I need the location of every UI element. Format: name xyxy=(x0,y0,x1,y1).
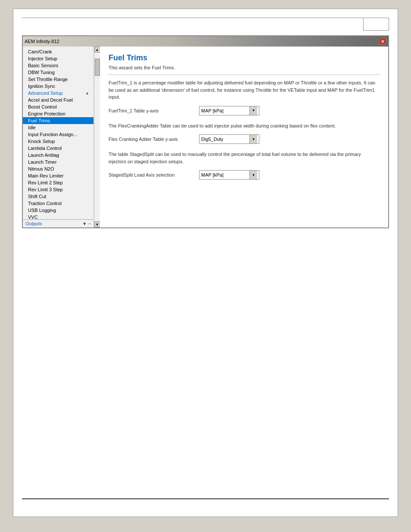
sidebar-item-advanced-setup[interactable]: Advanced Setup▲ xyxy=(23,90,93,96)
bottom-divider xyxy=(22,498,389,499)
sidebar-item-accel-decel-fuel[interactable]: Accel and Decel Fuel xyxy=(23,96,93,103)
section3-select-value: MAP [kPa] xyxy=(201,172,249,177)
section2-form-row: Flex Cranking Adder Table y-axis Dig5_Du… xyxy=(109,134,380,144)
sidebar-item-lambda-control[interactable]: Lambda Control xyxy=(23,145,93,152)
section3-select-arrow[interactable]: ▼ xyxy=(249,171,257,179)
intro-text: This wizard sets the Fuel Trims. xyxy=(109,65,380,70)
sidebar-item-traction-control[interactable]: Traction Control xyxy=(23,200,93,207)
corner-box xyxy=(363,18,389,31)
sidebar-item-idle[interactable]: Idle xyxy=(23,124,93,131)
section1-description: FuelTrim_1 is a percentage modifier tabl… xyxy=(109,79,380,101)
sidebar-item-shift-cut[interactable]: Shift Cut xyxy=(23,193,93,200)
sidebar-footer-minus[interactable]: − xyxy=(88,221,91,226)
sidebar-item-rev-limit-3-step[interactable]: Rev Limit 3 Step xyxy=(23,186,93,193)
sidebar-item-nitrous-n2o[interactable]: Nitrous N2O xyxy=(23,165,93,172)
sidebar-item-injector-setup[interactable]: Injector Setup xyxy=(23,55,93,62)
section3-form-row: StagedSplit Load Axis selection MAP [kPa… xyxy=(109,170,380,180)
application-window: AEM Infinity-812 ✕ Cam/CrankInjector Set… xyxy=(22,35,389,228)
sidebar-item-launch-timer[interactable]: Launch Timer xyxy=(23,159,93,165)
sidebar-item-launch-antilag[interactable]: Launch Antilag xyxy=(23,152,93,159)
sidebar-footer-down-arrow[interactable]: ▼ xyxy=(82,221,87,226)
sidebar-item-dbw-tuning[interactable]: DBW Tuning xyxy=(23,69,93,76)
sidebar-item-main-rev-limiter[interactable]: Main Rev Limiter xyxy=(23,172,93,179)
section1-field-label: FuelTrim_1 Table y-axis xyxy=(109,108,195,113)
section3-field-label: StagedSplit Load Axis selection xyxy=(109,172,195,177)
sidebar-arrow-advanced-setup: ▲ xyxy=(85,91,89,95)
section1-select[interactable]: MAP [kPa] ▼ xyxy=(199,106,259,115)
section2-select-arrow[interactable]: ▼ xyxy=(249,135,257,143)
sidebar-item-set-throttle-range[interactable]: Set Throttle Range xyxy=(23,76,93,83)
page-title: Fuel Trims xyxy=(109,53,380,62)
section2-select-value: Dig5_Duty xyxy=(201,137,249,142)
sidebar-scrollbar[interactable]: ▲ ▼ xyxy=(94,47,100,227)
window-titlebar: AEM Infinity-812 ✕ xyxy=(23,36,388,47)
section2-select[interactable]: Dig5_Duty ▼ xyxy=(199,134,259,144)
window-body: Cam/CrankInjector SetupBasic SensorsDBW … xyxy=(23,47,388,227)
sidebar-item-knock-setup[interactable]: Knock Setup xyxy=(23,138,93,145)
sidebar-item-fuel-trims[interactable]: Fuel Trims xyxy=(23,117,93,124)
dotted-divider-1 xyxy=(109,75,380,75)
page-frame: AEM Infinity-812 ✕ Cam/CrankInjector Set… xyxy=(13,9,398,517)
sidebar-item-label-advanced-setup: Advanced Setup xyxy=(28,90,63,96)
main-content: Fuel Trims This wizard sets the Fuel Tri… xyxy=(100,47,388,227)
sidebar-item-cam-crank[interactable]: Cam/Crank xyxy=(23,48,93,55)
scrollbar-down-arrow[interactable]: ▼ xyxy=(94,221,100,227)
section3-select[interactable]: MAP [kPa] ▼ xyxy=(199,170,259,180)
sidebar-item-ignition-sync[interactable]: Ignition Sync xyxy=(23,83,93,90)
section3-description: The table StagedSplit can be used to man… xyxy=(109,151,380,165)
sidebar-footer: Outputs ▼ − xyxy=(23,219,93,227)
window-title: AEM Infinity-812 xyxy=(25,39,59,44)
sidebar-item-vvc[interactable]: VVC xyxy=(23,214,93,219)
scrollbar-thumb[interactable] xyxy=(95,59,100,76)
sidebar-items-container: Cam/CrankInjector SetupBasic SensorsDBW … xyxy=(23,48,93,219)
sidebar-item-rev-limit-2-step[interactable]: Rev Limit 2 Step xyxy=(23,179,93,186)
section1-select-arrow[interactable]: ▼ xyxy=(249,106,257,115)
scrollbar-up-arrow[interactable]: ▲ xyxy=(94,47,100,53)
sidebar-item-usb-logging[interactable]: USB Logging xyxy=(23,207,93,214)
sidebar-scroll-area: Cam/CrankInjector SetupBasic SensorsDBW … xyxy=(23,48,93,219)
sidebar-item-basic-sensors[interactable]: Basic Sensors xyxy=(23,62,93,69)
window-close-button[interactable]: ✕ xyxy=(379,38,386,45)
sidebar: Cam/CrankInjector SetupBasic SensorsDBW … xyxy=(23,47,94,227)
sidebar-item-boost-control[interactable]: Boost Control xyxy=(23,103,93,110)
section2-description: The FlexCrankingAdder Table can be used … xyxy=(109,122,380,130)
sidebar-item-input-function-assign[interactable]: Input Function Assign... xyxy=(23,131,93,138)
section1-select-value: MAP [kPa] xyxy=(201,108,249,113)
sidebar-footer-arrows: ▼ − xyxy=(82,221,91,226)
section2-field-label: Flex Cranking Adder Table y-axis xyxy=(109,137,195,142)
top-divider xyxy=(22,18,389,18)
sidebar-footer-outputs[interactable]: Outputs xyxy=(25,221,42,226)
sidebar-item-engine-protection[interactable]: Engine Protection xyxy=(23,110,93,117)
section1-form-row: FuelTrim_1 Table y-axis MAP [kPa] ▼ xyxy=(109,106,380,115)
